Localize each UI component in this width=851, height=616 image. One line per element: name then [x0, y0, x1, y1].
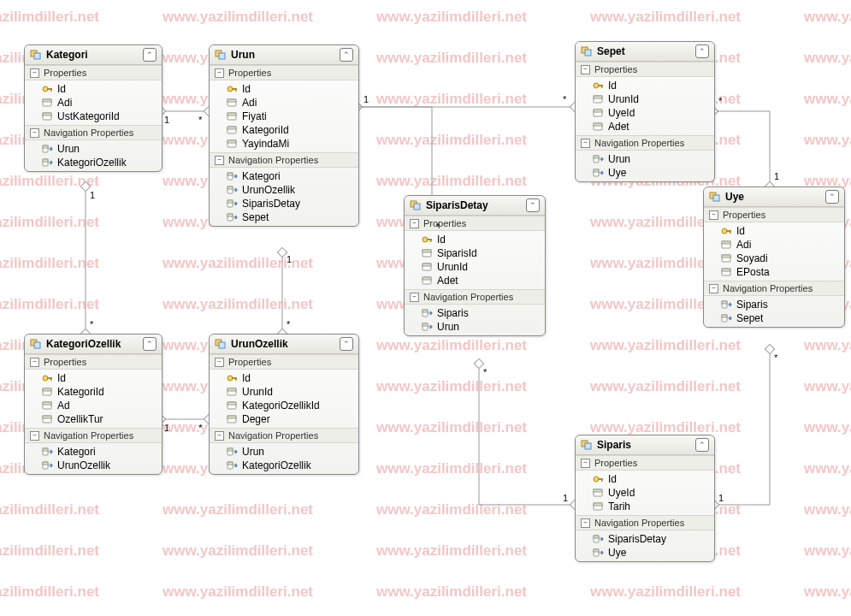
property-row[interactable]: KategoriId — [210, 123, 358, 137]
nav-row[interactable]: KategoriOzellik — [25, 156, 162, 169]
toggle-icon[interactable]: − — [215, 68, 224, 78]
property-row[interactable]: Id — [210, 82, 358, 96]
collapse-icon[interactable]: ⌃ — [825, 190, 839, 204]
property-row[interactable]: Adet — [576, 120, 714, 133]
entity-kategoriozellik[interactable]: KategoriOzellik⌃−PropertiesIdKategoriIdA… — [24, 334, 163, 475]
property-row[interactable]: Id — [405, 233, 545, 246]
nav-row[interactable]: Sepet — [704, 311, 844, 325]
property-row[interactable]: UrunId — [210, 385, 358, 399]
section-properties[interactable]: −Properties — [704, 207, 844, 222]
entity-kategori[interactable]: Kategori⌃−PropertiesIdAdiUstKategoriId−N… — [24, 44, 163, 172]
collapse-icon[interactable]: ⌃ — [340, 48, 353, 62]
toggle-icon[interactable]: − — [215, 431, 224, 441]
collapse-icon[interactable]: ⌃ — [143, 337, 157, 351]
toggle-icon[interactable]: − — [581, 65, 590, 74]
nav-row[interactable]: Urun — [405, 320, 545, 334]
entity-siparisdetay[interactable]: SiparisDetay⌃−PropertiesIdSiparisIdUrunI… — [404, 195, 546, 336]
section-nav[interactable]: −Navigation Properties — [25, 428, 162, 443]
section-nav[interactable]: −Navigation Properties — [576, 135, 714, 151]
property-row[interactable]: Id — [25, 371, 162, 385]
entity-header[interactable]: Urun⌃ — [210, 45, 358, 65]
property-row[interactable]: Id — [704, 224, 844, 238]
section-nav[interactable]: −Navigation Properties — [704, 281, 844, 296]
entity-urun[interactable]: Urun⌃−PropertiesIdAdiFiyatiKategoriIdYay… — [209, 44, 359, 227]
nav-row[interactable]: Urun — [25, 142, 162, 156]
nav-row[interactable]: Uye — [576, 546, 714, 560]
nav-row[interactable]: Siparis — [405, 306, 545, 320]
nav-row[interactable]: Siparis — [704, 298, 844, 311]
toggle-icon[interactable]: − — [709, 284, 718, 293]
toggle-icon[interactable]: − — [215, 156, 224, 165]
property-row[interactable]: UyeId — [576, 106, 714, 120]
collapse-icon[interactable]: ⌃ — [340, 337, 353, 351]
property-row[interactable]: Adi — [210, 96, 358, 110]
toggle-icon[interactable]: − — [215, 358, 224, 367]
nav-row[interactable]: Urun — [210, 445, 358, 459]
property-row[interactable]: Adi — [704, 238, 844, 252]
entity-siparis[interactable]: Siparis⌃−PropertiesIdUyeIdTarih−Navigati… — [575, 435, 715, 562]
section-properties[interactable]: −Properties — [576, 62, 714, 77]
property-row[interactable]: Fiyati — [210, 110, 358, 123]
nav-row[interactable]: SiparisDetay — [576, 532, 714, 546]
collapse-icon[interactable]: ⌃ — [695, 44, 709, 58]
toggle-icon[interactable]: − — [581, 139, 590, 148]
entity-header[interactable]: KategoriOzellik⌃ — [25, 335, 162, 354]
toggle-icon[interactable]: − — [30, 431, 39, 441]
toggle-icon[interactable]: − — [581, 518, 590, 528]
property-row[interactable]: UrunId — [576, 92, 714, 106]
property-row[interactable]: YayindaMi — [210, 137, 358, 151]
property-row[interactable]: Id — [576, 472, 714, 486]
property-row[interactable]: Id — [210, 371, 358, 385]
section-properties[interactable]: −Properties — [25, 354, 162, 370]
property-row[interactable]: KategoriOzellikId — [210, 399, 358, 412]
nav-row[interactable]: Urun — [576, 152, 714, 166]
nav-row[interactable]: Uye — [576, 166, 714, 180]
entity-header[interactable]: Kategori⌃ — [25, 45, 162, 65]
entity-sepet[interactable]: Sepet⌃−PropertiesIdUrunIdUyeIdAdet−Navig… — [575, 41, 715, 182]
property-row[interactable]: Adet — [405, 274, 545, 287]
property-row[interactable]: UyeId — [576, 486, 714, 500]
section-properties[interactable]: −Properties — [210, 354, 358, 370]
property-row[interactable]: Id — [25, 82, 162, 96]
entity-urunozellik[interactable]: UrunOzellik⌃−PropertiesIdUrunIdKategoriO… — [209, 334, 359, 475]
section-properties[interactable]: −Properties — [25, 65, 162, 80]
section-nav[interactable]: −Navigation Properties — [576, 515, 714, 530]
collapse-icon[interactable]: ⌃ — [143, 48, 157, 62]
collapse-icon[interactable]: ⌃ — [526, 198, 540, 212]
section-nav[interactable]: −Navigation Properties — [210, 152, 358, 168]
nav-row[interactable]: UrunOzellik — [210, 183, 358, 197]
property-row[interactable]: Id — [576, 79, 714, 92]
section-properties[interactable]: −Properties — [210, 65, 358, 80]
collapse-icon[interactable]: ⌃ — [695, 438, 709, 452]
toggle-icon[interactable]: − — [30, 128, 39, 138]
toggle-icon[interactable]: − — [410, 293, 419, 302]
section-nav[interactable]: −Navigation Properties — [210, 428, 358, 443]
entity-header[interactable]: SiparisDetay⌃ — [405, 196, 545, 216]
property-row[interactable]: SiparisId — [405, 246, 545, 260]
property-row[interactable]: Adi — [25, 96, 162, 110]
section-properties[interactable]: −Properties — [576, 455, 714, 471]
property-row[interactable]: OzellikTur — [25, 412, 162, 426]
nav-row[interactable]: SiparisDetay — [210, 197, 358, 210]
property-row[interactable]: UstKategoriId — [25, 110, 162, 123]
entity-header[interactable]: Siparis⌃ — [576, 435, 714, 455]
nav-row[interactable]: KategoriOzellik — [210, 459, 358, 472]
property-row[interactable]: Ad — [25, 399, 162, 412]
nav-row[interactable]: Sepet — [210, 210, 358, 224]
nav-row[interactable]: UrunOzellik — [25, 459, 162, 472]
toggle-icon[interactable]: − — [30, 358, 39, 367]
nav-row[interactable]: Kategori — [210, 169, 358, 183]
section-nav[interactable]: −Navigation Properties — [405, 289, 545, 305]
entity-header[interactable]: UrunOzellik⌃ — [210, 335, 358, 354]
toggle-icon[interactable]: − — [30, 68, 39, 78]
property-row[interactable]: Soyadi — [704, 252, 844, 265]
property-row[interactable]: Deger — [210, 412, 358, 426]
property-row[interactable]: UrunId — [405, 260, 545, 274]
toggle-icon[interactable]: − — [709, 210, 718, 220]
entity-uye[interactable]: Uye⌃−PropertiesIdAdiSoyadiEPosta−Navigat… — [703, 187, 845, 328]
entity-header[interactable]: Sepet⌃ — [576, 42, 714, 62]
toggle-icon[interactable]: − — [581, 459, 590, 468]
section-properties[interactable]: −Properties — [405, 216, 545, 231]
property-row[interactable]: KategoriId — [25, 385, 162, 399]
toggle-icon[interactable]: − — [410, 219, 419, 228]
